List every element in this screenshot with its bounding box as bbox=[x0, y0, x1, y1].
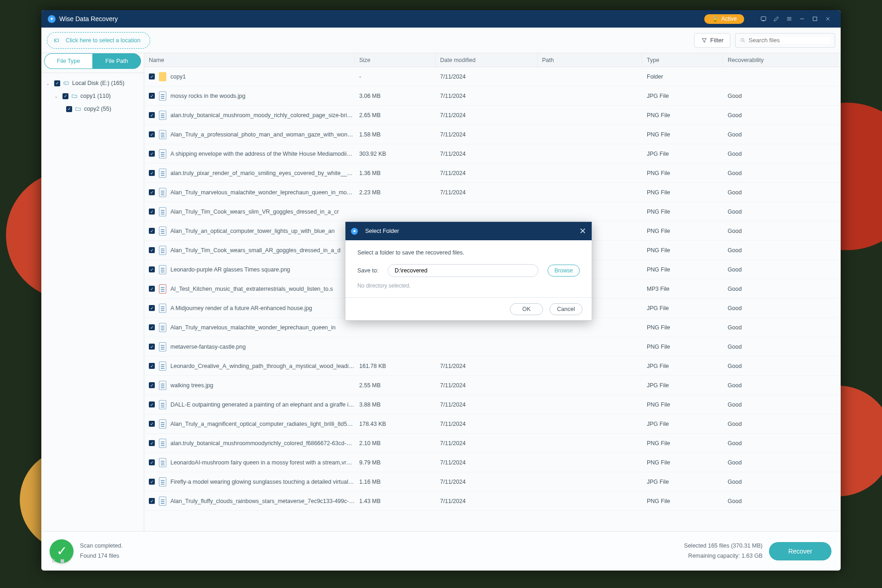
file-icon bbox=[159, 381, 166, 390]
file-recoverability: Good bbox=[723, 209, 841, 215]
table-row[interactable]: ✓Alan_Truly_fluffy_clouds_rainbows_stars… bbox=[144, 492, 841, 511]
checkbox-icon[interactable]: ✓ bbox=[149, 401, 155, 407]
checkbox-icon[interactable]: ✓ bbox=[149, 382, 155, 388]
checkbox-icon[interactable]: ✓ bbox=[149, 151, 155, 157]
table-row[interactable]: ✓mossy rocks in the woods.jpg3.06 MB7/11… bbox=[144, 86, 841, 106]
table-row[interactable]: ✓Alan_Truly_marvelous_malachite_wonder_l… bbox=[144, 318, 841, 337]
stop-icon[interactable]: ⏹ bbox=[60, 558, 65, 564]
checkbox-icon[interactable]: ✓ bbox=[149, 131, 155, 137]
col-path[interactable]: Path bbox=[537, 53, 642, 67]
table-row[interactable]: ✓DALL-E outpainting generated a painting… bbox=[144, 395, 841, 414]
file-date: 7/11/2024 bbox=[435, 498, 537, 504]
file-recoverability: Good bbox=[723, 112, 841, 119]
tree-node-copy1[interactable]: ⌄ ✓ copy1 (110) bbox=[43, 90, 142, 102]
search-input[interactable] bbox=[749, 37, 830, 44]
ok-button[interactable]: OK bbox=[510, 303, 543, 315]
filter-button[interactable]: Filter bbox=[694, 33, 730, 48]
file-date: 7/11/2024 bbox=[435, 363, 537, 369]
checkbox-icon[interactable]: ✓ bbox=[149, 170, 155, 176]
close-icon[interactable]: ✕ bbox=[579, 226, 586, 236]
checkbox-icon[interactable]: ✓ bbox=[149, 112, 155, 118]
table-row[interactable]: ✓alan.truly_pixar_render_of_mario_smilin… bbox=[144, 164, 841, 183]
checkbox-icon[interactable]: ✓ bbox=[149, 459, 155, 465]
checkbox-icon[interactable]: ✓ bbox=[149, 209, 155, 215]
checkbox-icon[interactable]: ✓ bbox=[62, 93, 68, 99]
checkbox-icon[interactable]: ✓ bbox=[149, 189, 155, 195]
file-date: 7/11/2024 bbox=[435, 459, 537, 466]
checkbox-icon[interactable]: ✓ bbox=[149, 440, 155, 446]
checkbox-icon[interactable]: ✓ bbox=[149, 305, 155, 311]
file-recoverability: Good bbox=[723, 459, 841, 466]
checkbox-icon[interactable]: ✓ bbox=[149, 324, 155, 330]
toolbar: Click here to select a location Filter bbox=[41, 28, 841, 53]
svg-rect-4 bbox=[64, 82, 69, 85]
checkbox-icon[interactable]: ✓ bbox=[149, 247, 155, 253]
minimize-icon[interactable] bbox=[796, 12, 808, 25]
table-row[interactable]: ✓alan.truly_botanical_mushroommoodyrichl… bbox=[144, 434, 841, 453]
file-icon bbox=[159, 458, 166, 467]
table-row[interactable]: ✓LeonardoAI-mushroom fairy queen in a mo… bbox=[144, 453, 841, 472]
file-icon bbox=[159, 284, 166, 294]
checkbox-icon[interactable]: ✓ bbox=[149, 498, 155, 504]
file-type: JPG File bbox=[642, 93, 723, 99]
maximize-icon[interactable] bbox=[808, 12, 821, 25]
table-row[interactable]: ✓alan.truly_botanical_mushroom_moody_ric… bbox=[144, 106, 841, 125]
checkbox-icon[interactable]: ✓ bbox=[149, 421, 155, 427]
dialog-titlebar[interactable]: ✦ Select Folder ✕ bbox=[345, 222, 592, 240]
status-text: Scan completed. Found 174 files bbox=[80, 541, 123, 561]
file-recoverability: Good bbox=[723, 401, 841, 408]
license-active-pill[interactable]: 🔒Active bbox=[704, 14, 744, 24]
checkbox-icon[interactable]: ✓ bbox=[149, 479, 155, 485]
table-row[interactable]: ✓Alan_Truly_Tim_Cook_wears_slim_VR_goggl… bbox=[144, 202, 841, 221]
file-date: 7/11/2024 bbox=[435, 131, 537, 138]
file-recoverability: Good bbox=[723, 170, 841, 176]
table-row[interactable]: ✓Leonardo_Creative_A_winding_path_throug… bbox=[144, 356, 841, 376]
menu-icon[interactable] bbox=[783, 12, 796, 25]
col-size[interactable]: Size bbox=[355, 53, 435, 67]
location-selector[interactable]: Click here to select a location bbox=[47, 32, 150, 49]
table-row[interactable]: ✓Alan_Truly_a_professional_photo_man_and… bbox=[144, 125, 841, 144]
search-box[interactable] bbox=[735, 33, 835, 48]
col-date[interactable]: Date modified bbox=[435, 53, 537, 67]
file-date: 7/11/2024 bbox=[435, 382, 537, 389]
file-size: 303.92 KB bbox=[355, 151, 435, 157]
table-row[interactable]: ✓walking trees.jpg2.55 MB7/11/2024JPG Fi… bbox=[144, 376, 841, 395]
table-row[interactable]: ✓Alan_Truly_a_magnificent_optical_comput… bbox=[144, 414, 841, 434]
save-path-input[interactable] bbox=[388, 264, 538, 277]
checkbox-icon[interactable]: ✓ bbox=[54, 80, 60, 86]
table-row[interactable]: ✓A shipping envelope with the address of… bbox=[144, 144, 841, 164]
table-row[interactable]: ✓Firefly-a model wearing glowing sunglas… bbox=[144, 472, 841, 492]
feedback-icon[interactable] bbox=[757, 12, 770, 25]
col-type[interactable]: Type bbox=[642, 53, 723, 67]
edit-icon[interactable] bbox=[770, 12, 783, 25]
selected-count: Selected 165 files (370.31 MB) bbox=[684, 541, 763, 551]
close-icon[interactable] bbox=[821, 12, 834, 25]
tab-file-path[interactable]: File Path bbox=[92, 53, 141, 69]
checkbox-icon[interactable]: ✓ bbox=[149, 228, 155, 234]
table-row[interactable]: ✓copy1-7/11/2024Folder bbox=[144, 67, 841, 86]
checkbox-icon[interactable]: ✓ bbox=[66, 106, 72, 112]
recover-button[interactable]: Recover bbox=[769, 542, 831, 560]
status-right: Selected 165 files (370.31 MB) Remaining… bbox=[684, 541, 763, 561]
file-type: PNG File bbox=[642, 440, 723, 447]
checkbox-icon[interactable]: ✓ bbox=[149, 266, 155, 272]
file-name: alan.truly_botanical_mushroom_moody_rich… bbox=[170, 112, 355, 119]
table-row[interactable]: ✓Alan_Truly_marvelous_malachite_wonder_l… bbox=[144, 183, 841, 202]
table-row[interactable]: ✓metaverse-fantasy-castle.pngPNG FileGoo… bbox=[144, 337, 841, 356]
tab-file-type[interactable]: File Type bbox=[44, 53, 92, 69]
browse-button[interactable]: Browse bbox=[548, 265, 580, 277]
cancel-button[interactable]: Cancel bbox=[549, 303, 582, 315]
checkbox-icon[interactable]: ✓ bbox=[149, 286, 155, 292]
pause-icon[interactable]: ⏸ bbox=[51, 558, 56, 564]
file-date: 7/11/2024 bbox=[435, 421, 537, 427]
col-recoverability[interactable]: Recoverability bbox=[723, 53, 841, 67]
search-icon bbox=[740, 37, 746, 44]
tree-node-copy2[interactable]: ✓ copy2 (55) bbox=[43, 102, 142, 115]
dialog-title: Select Folder bbox=[365, 228, 399, 234]
checkbox-icon[interactable]: ✓ bbox=[149, 344, 155, 350]
checkbox-icon[interactable]: ✓ bbox=[149, 74, 155, 79]
checkbox-icon[interactable]: ✓ bbox=[149, 363, 155, 369]
tree-node-root[interactable]: ⌄ ✓ Local Disk (E:) (165) bbox=[43, 77, 142, 90]
col-name[interactable]: Name bbox=[144, 53, 355, 67]
checkbox-icon[interactable]: ✓ bbox=[149, 93, 155, 99]
